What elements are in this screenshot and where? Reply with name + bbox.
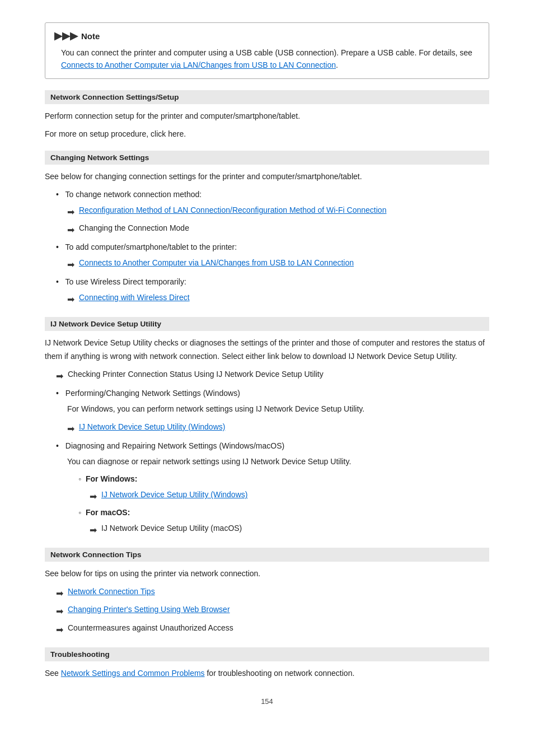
section-header-ij-network: IJ Network Device Setup Utility xyxy=(45,317,489,331)
ij-network-bullet-list: Performing/Changing Network Settings (Wi… xyxy=(45,387,489,538)
network-settings-para2: For more on setup procedure, click here. xyxy=(45,128,489,141)
list-item-add-device: To add computer/smartphone/tablet to the… xyxy=(56,241,489,272)
circle-item-macos: ◦ For macOS: xyxy=(78,506,489,520)
arrow-item-connection-mode: ➡ Changing the Connection Mode xyxy=(67,222,489,237)
troubleshooting-body: See Network Settings and Common Problems… xyxy=(45,667,489,680)
arrow-icon: ➡ xyxy=(67,204,74,220)
arrow-icon: ➡ xyxy=(56,604,63,619)
link-web-browser[interactable]: Changing Printer's Setting Using Web Bro… xyxy=(68,603,230,617)
arrow-item-network-tips: ➡ Network Connection Tips xyxy=(56,585,489,601)
arrow-icon: ➡ xyxy=(90,522,97,538)
diagnosing-subtext: You can diagnose or repair network setti… xyxy=(67,455,489,469)
note-title: ▶▶▶ Note xyxy=(54,30,480,42)
note-link[interactable]: Connects to Another Computer via LAN/Cha… xyxy=(61,60,336,69)
changing-network-intro: See below for changing connection settin… xyxy=(45,170,489,184)
arrow-item-checking-status: ➡ Checking Printer Connection Status Usi… xyxy=(56,368,489,384)
section-body-network-settings: Perform connection setup for the printer… xyxy=(45,110,489,141)
arrow-item-web-browser: ➡ Changing Printer's Setting Using Web B… xyxy=(56,603,489,619)
arrow-item-wireless-direct: ➡ Connecting with Wireless Direct xyxy=(67,291,489,307)
list-item-diagnosing: Diagnosing and Repairing Network Setting… xyxy=(56,440,489,538)
link-ij-windows-1[interactable]: IJ Network Device Setup Utility (Windows… xyxy=(79,421,225,434)
list-item-change-method: To change network connection method: ➡ R… xyxy=(56,188,489,237)
section-body-changing-network: See below for changing connection settin… xyxy=(45,170,489,307)
section-header-network-settings: Network Connection Settings/Setup xyxy=(45,90,489,104)
link-network-problems[interactable]: Network Settings and Common Problems xyxy=(61,669,205,678)
arrow-item-ij-windows-1: ➡ IJ Network Device Setup Utility (Windo… xyxy=(67,421,489,436)
tips-intro: See below for tips on using the printer … xyxy=(45,567,489,581)
page-number: 154 xyxy=(45,697,489,706)
for-macos-label: For macOS: xyxy=(86,506,130,520)
section-body-ij-network: IJ Network Device Setup Utility checks o… xyxy=(45,337,489,538)
link-wireless-direct[interactable]: Connecting with Wireless Direct xyxy=(79,291,190,305)
arrow-item-connects-another: ➡ Connects to Another Computer via LAN/C… xyxy=(67,256,489,272)
arrow-item-ij-macos: ➡ IJ Network Device Setup Utility (macOS… xyxy=(90,522,489,538)
arrow-icon: ➡ xyxy=(67,421,74,436)
arrow-icon: ➡ xyxy=(56,586,63,601)
arrow-icon: ➡ xyxy=(67,292,74,307)
arrow-item-ij-windows-2: ➡ IJ Network Device Setup Utility (Windo… xyxy=(90,488,489,504)
note-label: Note xyxy=(81,31,100,41)
link-reconfig[interactable]: Reconfiguration Method of LAN Connection… xyxy=(79,204,386,217)
section-body-tips: See below for tips on using the printer … xyxy=(45,567,489,637)
arrow-item-countermeasures: ➡ Countermeasures against Unauthorized A… xyxy=(56,622,489,637)
link-ij-windows-2[interactable]: IJ Network Device Setup Utility (Windows… xyxy=(101,488,247,502)
arrow-icon: ➡ xyxy=(90,489,97,504)
arrow-icon: ➡ xyxy=(56,622,63,637)
arrow-icon: ➡ xyxy=(56,368,63,384)
for-windows-label: For Windows: xyxy=(86,473,137,486)
section-header-changing-network: Changing Network Settings xyxy=(45,151,489,165)
performing-subtext: For Windows, you can perform network set… xyxy=(67,403,489,416)
note-box: ▶▶▶ Note You can connect the printer and… xyxy=(45,22,489,79)
section-header-tips: Network Connection Tips xyxy=(45,548,489,562)
list-item-performing: Performing/Changing Network Settings (Wi… xyxy=(56,387,489,436)
network-settings-para1: Perform connection setup for the printer… xyxy=(45,110,489,123)
arrow-item-reconfig: ➡ Reconfiguration Method of LAN Connecti… xyxy=(67,204,489,220)
ij-network-intro: IJ Network Device Setup Utility checks o… xyxy=(45,337,489,363)
changing-network-list: To change network connection method: ➡ R… xyxy=(45,188,489,307)
section-body-troubleshooting: See Network Settings and Common Problems… xyxy=(45,667,489,680)
arrow-icon: ➡ xyxy=(67,257,74,272)
note-body: You can connect the printer and computer… xyxy=(61,46,480,72)
note-icon: ▶▶▶ xyxy=(54,30,78,42)
circle-item-windows: ◦ For Windows: xyxy=(78,473,489,486)
link-connects-another[interactable]: Connects to Another Computer via LAN/Cha… xyxy=(79,256,354,270)
list-item-wireless-direct: To use Wireless Direct temporarily: ➡ Co… xyxy=(56,276,489,307)
section-header-troubleshooting: Troubleshooting xyxy=(45,647,489,661)
link-network-tips[interactable]: Network Connection Tips xyxy=(68,585,155,599)
arrow-icon: ➡ xyxy=(67,222,74,237)
